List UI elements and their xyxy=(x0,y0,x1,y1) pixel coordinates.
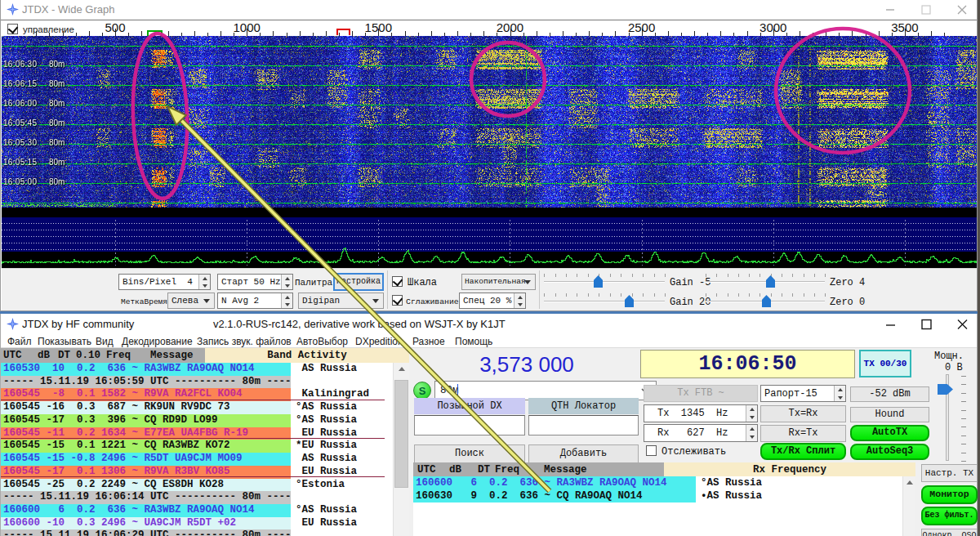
palette-settings-button[interactable]: Настройка xyxy=(333,273,384,291)
dx-grid-input[interactable] xyxy=(528,415,639,436)
spinner-arrows-icon[interactable] xyxy=(281,293,292,308)
rx-frequency-scrollbar[interactable] xyxy=(902,476,915,536)
waterfall-band-label: 80m xyxy=(49,158,65,167)
power-label: Мощн. xyxy=(934,351,964,362)
zero1-slider[interactable] xyxy=(706,281,825,283)
column-header: Freq xyxy=(106,350,131,361)
scale-checkbox[interactable] xyxy=(392,276,403,287)
scale-label: 3500 xyxy=(891,20,918,34)
accumulate-dropdown[interactable]: Накопительная xyxy=(461,274,536,290)
decode-row[interactable]: 160545 -16 0.3 687 ~ RK9UN RV9DC 73°AS R… xyxy=(1,401,393,414)
start-freq-spinbox[interactable]: Старт 50 Hz xyxy=(217,274,293,290)
menu-item-1[interactable]: Показывать xyxy=(38,336,91,347)
column-header: dB xyxy=(38,350,50,361)
decode-row[interactable]: 160600 6 0.2 636 ~ RA3WBZ RA9OAQ NO14°AS… xyxy=(1,504,393,517)
spec-spinbox[interactable]: Спец 20 % xyxy=(459,293,526,309)
band-activity-scrollbar[interactable] xyxy=(393,363,409,536)
decode-row[interactable]: 160600 6 0.2 636 ~ RA3WBZ RA9OAQ NO14°AS… xyxy=(413,476,902,489)
maximize-icon[interactable] xyxy=(914,316,938,333)
autotx-button[interactable]: AutoTX xyxy=(850,425,929,441)
waterfall-time-label: 16:05:00 xyxy=(3,177,37,186)
decode-row[interactable]: 160545 -15 -0.8 2496 ~ R5DT UA9CJM MO09 … xyxy=(1,453,393,466)
controls-checkbox[interactable] xyxy=(7,24,18,34)
menu-item-7[interactable]: Разное xyxy=(412,336,445,347)
add-button[interactable]: Добавить xyxy=(528,444,639,463)
scroll-up-icon[interactable] xyxy=(394,363,409,376)
single-qso-button[interactable]: Однокр. QSO xyxy=(921,529,978,536)
spot-button[interactable]: S xyxy=(413,382,431,400)
autoseq-button[interactable]: AutoSeq3 xyxy=(850,444,929,460)
scroll-up-icon[interactable] xyxy=(903,476,915,489)
split-button[interactable]: Tx/Rx Сплит xyxy=(760,443,846,460)
maximize-icon[interactable] xyxy=(914,2,938,18)
spinner-arrows-icon[interactable] xyxy=(281,275,292,289)
decode-row[interactable]: 160545 -11 0.2 1634 ~ E77EA UA4FBG R-19 … xyxy=(1,427,393,440)
dbm-label: -52 dBm xyxy=(850,386,929,402)
decode-row[interactable]: 160530 10 0.2 636 ~ RA3WBZ RA9OAQ NO14 A… xyxy=(1,363,393,376)
rx-freq-spinbox[interactable]: Rx 627 Hz xyxy=(644,424,758,442)
waterfall-time-label: 16:05:45 xyxy=(3,118,37,127)
main-titlebar: JTDX by HF community v2.1.0-RUS-rc142, d… xyxy=(1,314,977,335)
decode-row[interactable]: 160600 -10 0.3 2496 ~ UA9CJM R5DT +02 EU… xyxy=(1,517,393,530)
dx-call-input[interactable] xyxy=(414,415,525,436)
search-button[interactable]: Поиск xyxy=(414,444,525,463)
waterfall-spectrum-display[interactable] xyxy=(2,36,977,268)
decode-row[interactable]: 160545 -25 0.2 2249 ~ CQ ES8DH KO28°Esto… xyxy=(1,479,393,492)
waterfall-frequency-scale[interactable]: управление 500100015002000250030003500 xyxy=(1,20,977,36)
tx-eq-rx-button[interactable]: Tx=Rx xyxy=(760,405,846,422)
minimize-icon[interactable] xyxy=(878,316,902,333)
monitor-button[interactable]: Монитор xyxy=(921,485,978,504)
power-slider-handle[interactable] xyxy=(938,384,953,395)
spinner-arrows-icon[interactable] xyxy=(746,405,757,422)
decode-row[interactable]: 160545 -17 0.1 1306 ~ R9VA R3BV KO85 EU … xyxy=(1,466,393,479)
hound-button[interactable]: Hound xyxy=(850,407,929,422)
menu-item-8[interactable]: Помощь xyxy=(455,336,492,347)
smoothing-checkbox[interactable] xyxy=(392,295,403,306)
gain1-slider[interactable] xyxy=(544,281,665,283)
menu-item-5[interactable]: АвтоВыбор xyxy=(296,336,348,347)
waterfall-time-label: 16:06:00 xyxy=(3,99,37,108)
tx-freq-spinbox[interactable]: Tx 1345 Hz xyxy=(644,404,758,422)
decode-separator-row[interactable]: ----- 15.11.19 16:06:29 UTC ---------- 8… xyxy=(1,529,393,536)
spinner-arrows-icon[interactable] xyxy=(198,275,210,289)
decode-separator-row[interactable]: ----- 15.11.19 16:05:59 UTC ---------- 8… xyxy=(1,376,393,389)
decode-row[interactable]: 160545 -15 0.1 1221 ~ CQ RA3WBZ KO72*EU … xyxy=(1,440,393,453)
jtdx-app-icon xyxy=(7,3,19,16)
track-checkbox[interactable] xyxy=(646,445,657,456)
menu-item-4[interactable]: Запись звук. файлов xyxy=(197,336,292,347)
close-icon[interactable] xyxy=(950,2,974,18)
waterfall-band-label: 80m xyxy=(49,99,65,108)
jtdx-app-icon xyxy=(7,318,19,330)
decode-separator-row[interactable]: ----- 15.11.19 16:06:14 UTC ---------- 8… xyxy=(1,491,393,504)
tx-ftb-button[interactable]: Tx FTB ~ xyxy=(644,385,758,402)
band-activity-title-bar: Band Activity xyxy=(205,348,409,363)
spinner-arrows-icon[interactable] xyxy=(514,293,525,308)
scrollbar-thumb[interactable] xyxy=(394,380,408,488)
close-icon[interactable] xyxy=(950,316,974,333)
no-filter-button[interactable]: Без фильт. xyxy=(921,507,978,525)
palette-dropdown[interactable]: Digipan xyxy=(298,293,384,309)
rx-frequency-title-bar: Rx Frequency xyxy=(664,462,915,476)
menu-item-0[interactable]: Файл xyxy=(7,336,32,347)
spinner-arrows-icon[interactable] xyxy=(834,386,845,401)
decode-row[interactable]: 160545 -8 0.1 1582 ~ R9VA RA2FCL KO04 Ka… xyxy=(1,388,393,401)
menu-item-6[interactable]: DXpedition xyxy=(355,336,403,347)
minimize-icon[interactable] xyxy=(878,2,902,18)
menu-item-2[interactable]: Вид xyxy=(96,336,114,347)
rx-eq-tx-button[interactable]: Rx=Tx xyxy=(760,425,846,442)
decode-row[interactable]: 160545 -17 0.3 396 ~ CQ RD9D LO99°AS Rus… xyxy=(1,414,393,427)
tx-watchdog-button[interactable]: TX 00/30 xyxy=(859,350,911,377)
palette-label: Палитра xyxy=(295,278,332,288)
decode-row[interactable]: 160630 9 0.2 636 ~ CQ RA9OAQ NO14•AS Rus… xyxy=(413,489,902,502)
chevron-down-icon xyxy=(372,299,379,303)
spinner-arrows-icon[interactable] xyxy=(746,425,757,441)
bins-pixel-spinbox[interactable]: Bins/Pixel 4 xyxy=(118,274,211,290)
column-header: Message xyxy=(544,464,587,476)
menu-item-3[interactable]: Декодирование xyxy=(122,336,193,347)
report-spinbox[interactable]: Рапорт-15 xyxy=(760,385,846,402)
tx-settings-button[interactable]: Настр. ТХ xyxy=(921,464,978,482)
timestamp-dropdown[interactable]: Слева xyxy=(167,293,215,309)
gain2-slider[interactable] xyxy=(544,301,665,302)
column-header: UTC xyxy=(417,464,436,476)
n-avg-spinbox[interactable]: N Avg 2 xyxy=(217,293,293,309)
